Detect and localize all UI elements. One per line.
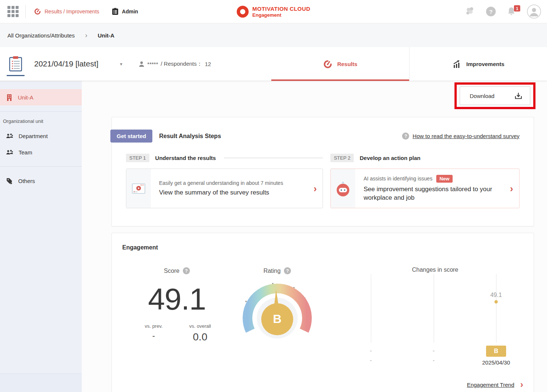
breadcrumb-chevron-icon: › — [85, 32, 87, 39]
respondents-masked: ***** — [147, 61, 158, 67]
robot-icon — [331, 169, 355, 208]
breadcrumb-current: Unit-A — [98, 32, 114, 39]
building-icon — [6, 94, 13, 101]
breadcrumb: All Organizations/Attributes › Unit-A — [0, 23, 547, 47]
download-button[interactable]: Download — [460, 86, 530, 105]
people-icon — [6, 149, 13, 155]
engagement-card: Engagement Score ? 49.1 vs. prev. - — [111, 233, 534, 392]
nav-results-improvements-label: Results / Improvements — [45, 9, 99, 14]
download-icon — [514, 92, 522, 100]
download-button-label: Download — [470, 93, 495, 99]
apps-grid-icon[interactable] — [7, 6, 19, 17]
respondents-info: ***** / Respondents： 12 — [139, 61, 211, 68]
avatar[interactable] — [527, 4, 541, 19]
vs-prev-value: - — [130, 331, 177, 341]
vs-overall-value: 0.0 — [177, 331, 223, 343]
top-header: Results / Improvements Admin MOTIVATION … — [0, 0, 547, 23]
step1-title: Understand the results — [155, 155, 216, 161]
header-divider — [25, 5, 26, 18]
survey-bar: 2021/04/19 [latest] ▾ ***** / Respondent… — [0, 47, 547, 81]
video-icon — [126, 169, 151, 208]
main-content: Download Get started Result Analysis Ste… — [82, 81, 547, 392]
sidebar-item-others[interactable]: Others — [0, 173, 82, 189]
survey-report-icon[interactable] — [7, 47, 24, 81]
chart-gridline — [434, 274, 434, 343]
sidebar-item-unit-a[interactable]: Unit-A — [0, 89, 82, 105]
step1-divider-line — [224, 158, 323, 158]
chart-point-label: 49.1 — [490, 292, 502, 298]
logo: MOTIVATION CLOUD Engagement — [237, 6, 310, 18]
question-icon: ? — [402, 133, 409, 140]
step1-badge: STEP 1 — [126, 154, 149, 162]
get-started-badge: Get started — [110, 130, 152, 143]
step2-badge: STEP 2 — [330, 154, 354, 162]
chart-empty-date: - — [370, 357, 372, 363]
help-icon[interactable]: ? — [486, 7, 496, 16]
get-started-card: Get started Result Analysis Steps ? How … — [111, 117, 534, 226]
question-icon[interactable]: ? — [183, 267, 190, 274]
notification-badge: 1 — [514, 5, 520, 12]
rating-label: Rating — [263, 268, 281, 274]
sidebar-item-label: Team — [19, 149, 32, 156]
engagement-trend-link[interactable]: Engagement Trend › — [467, 380, 523, 389]
nav-results-improvements[interactable]: Results / Improvements — [34, 8, 99, 15]
step1-card[interactable]: Easily get a general understanding in ab… — [126, 169, 323, 208]
person-icon — [139, 61, 145, 67]
respondents-label: / Respondents： — [161, 61, 203, 68]
chart-rating-badge: B — [486, 346, 506, 357]
survey-date-selector[interactable]: 2021/04/19 [latest] — [34, 59, 98, 68]
sidebar-divider — [0, 111, 82, 112]
main-tabs: Results Improvements — [271, 47, 547, 81]
integrations-icon[interactable] — [465, 6, 475, 17]
tab-results[interactable]: Results — [271, 47, 409, 81]
changes-in-score-chart: Changes in score 49.1 - - - - B 2025/04/… — [350, 267, 524, 392]
tab-improvements-label: Improvements — [466, 61, 505, 67]
chart-empty-date: - — [433, 357, 435, 363]
how-to-read-link-label: How to read the easy-to-understand surve… — [412, 133, 520, 139]
chevron-right-icon: › — [520, 380, 523, 389]
logo-subtitle: Engagement — [252, 12, 310, 18]
sidebar-footer — [0, 373, 82, 392]
step2-card-title: See improvement suggestions tailored to … — [363, 185, 505, 202]
engagement-title: Engagement — [122, 244, 158, 251]
rating-section: Rating ? — [234, 267, 320, 345]
sidebar-section-label: Organizational unit — [0, 118, 82, 128]
sidebar-item-team[interactable]: Team — [0, 144, 82, 160]
vs-overall-label: vs. overall — [177, 323, 223, 329]
breadcrumb-root[interactable]: All Organizations/Attributes — [7, 32, 75, 39]
chart-gridline — [496, 274, 496, 343]
score-section: Score ? 49.1 vs. prev. - vs. overall 0.0 — [130, 267, 223, 343]
new-badge: New — [436, 175, 453, 183]
sidebar-divider — [0, 166, 82, 167]
clipboard-icon — [112, 8, 119, 15]
step2-card[interactable]: AI assists in identifying issues New See… — [330, 169, 520, 208]
score-label: Score — [164, 268, 179, 274]
engagement-trend-label: Engagement Trend — [467, 382, 514, 388]
step2-title: Develop an action plan — [360, 155, 420, 161]
chevron-right-icon: › — [314, 184, 317, 193]
question-icon[interactable]: ? — [284, 267, 291, 274]
step1-card-title: View the summary of the survey results — [159, 189, 309, 197]
chart-gridline — [371, 274, 371, 343]
chart-empty-rating: - — [370, 347, 372, 354]
chart-title: Changes in score — [350, 267, 521, 273]
how-to-read-link[interactable]: ? How to read the easy-to-understand sur… — [402, 133, 520, 140]
engagement-score-value: 49.1 — [130, 284, 223, 314]
chevron-down-icon[interactable]: ▾ — [120, 61, 123, 67]
step1-note: Easily get a general understanding in ab… — [159, 180, 309, 186]
people-icon — [6, 133, 13, 139]
nav-admin[interactable]: Admin — [112, 8, 138, 15]
notifications-bell-icon[interactable]: 1 — [507, 7, 516, 16]
sidebar-item-label: Unit-A — [18, 94, 33, 101]
tab-improvements[interactable]: Improvements — [409, 47, 547, 81]
sidebar-item-label: Others — [18, 178, 35, 184]
app-window: Results / Improvements Admin MOTIVATION … — [0, 0, 547, 392]
nav-admin-label: Admin — [122, 9, 138, 14]
gauge-icon — [323, 59, 333, 69]
tag-icon — [6, 177, 13, 184]
sidebar-item-label: Department — [19, 133, 48, 139]
gauge-icon — [34, 8, 41, 15]
sidebar-item-department[interactable]: Department — [0, 128, 82, 144]
chart-empty-rating: - — [433, 347, 435, 354]
rating-gauge: B — [240, 280, 314, 345]
